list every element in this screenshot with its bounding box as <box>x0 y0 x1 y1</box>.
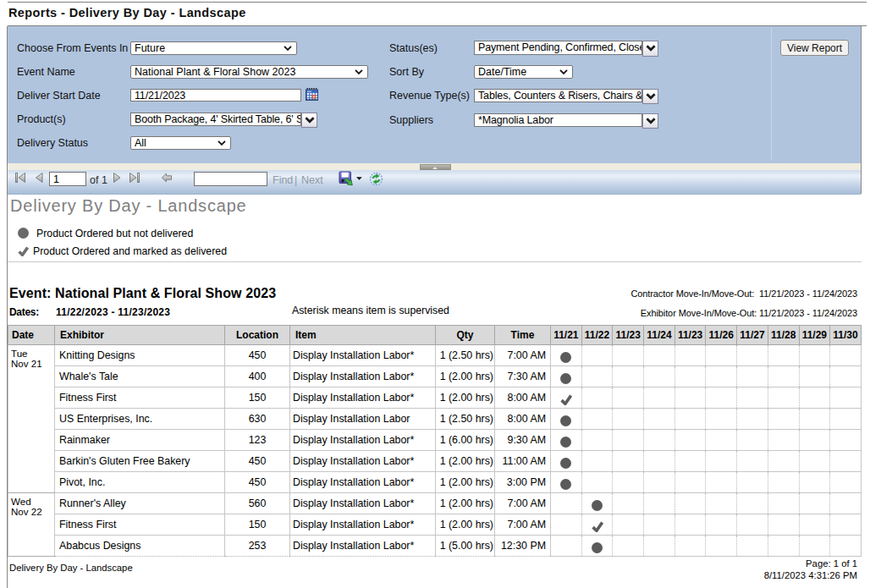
event-name: National Plant & Floral Show 2023 <box>55 286 276 300</box>
cell-mark-8 <box>799 409 830 430</box>
cell-time: 3:00 PM <box>495 472 551 493</box>
products-textbox-dropdown-button[interactable] <box>301 113 317 128</box>
previous-page-icon[interactable] <box>36 173 46 183</box>
statuses-textbox[interactable]: Payment Pending, Confirmed, Closed <box>474 41 642 55</box>
cell-mark-1 <box>581 409 613 430</box>
last-page-icon[interactable] <box>129 173 140 183</box>
cell-mark-2 <box>613 366 644 387</box>
dates-value: 11/22/2023 - 11/23/2023 <box>56 306 170 318</box>
cell-mark-2 <box>613 345 644 366</box>
refresh-icon[interactable] <box>369 172 383 186</box>
delivery-dot-icon <box>592 542 603 553</box>
cell-mark-0 <box>551 345 582 366</box>
col-header-time: Time <box>495 326 551 345</box>
cell-mark-0 <box>551 472 582 493</box>
cell-qty: 1 (6.00 hrs) <box>436 430 495 451</box>
choose-from-events-select[interactable]: Future <box>130 41 297 55</box>
event-name-select[interactable]: National Plant & Floral Show 2023 <box>130 65 368 79</box>
revenue-types-textbox-dropdown-button[interactable] <box>642 89 658 104</box>
products-textbox[interactable]: Booth Package, 4' Skirted Table, 6' Skir… <box>130 113 301 126</box>
cell-mark-6 <box>737 451 768 472</box>
first-page-icon[interactable] <box>15 173 25 183</box>
cell-location: 450 <box>225 345 290 366</box>
col-header-date-8: 11/29 <box>799 326 830 345</box>
revenue-types-textbox[interactable]: Tables, Counters & Risers, Chairs & Acce… <box>474 89 642 102</box>
export-dropdown-caret-icon[interactable] <box>356 177 362 180</box>
cell-mark-2 <box>613 430 644 451</box>
label-suppliers: Suppliers <box>389 114 433 127</box>
cell-mark-5 <box>706 409 737 430</box>
label-event-name: Event Name <box>17 66 75 79</box>
cell-mark-4 <box>675 472 706 493</box>
cell-mark-4 <box>675 409 706 430</box>
view-report-button[interactable]: View Report <box>780 40 849 56</box>
cell-mark-6 <box>737 536 768 557</box>
next-page-icon[interactable] <box>113 173 124 183</box>
delivery-dot-icon <box>560 373 571 384</box>
export-icon[interactable] <box>339 171 354 186</box>
cell-mark-3 <box>644 387 675 409</box>
cell-exhibitor: Fitness First <box>55 387 225 409</box>
cell-mark-5 <box>706 493 737 514</box>
label-delivery-status: Delivery Status <box>17 137 88 150</box>
cell-qty: 1 (2.00 hrs) <box>436 472 495 493</box>
cell-mark-6 <box>737 345 768 366</box>
cell-mark-6 <box>737 387 768 409</box>
delivery-status-select[interactable]: All <box>130 136 231 150</box>
cell-mark-7 <box>768 345 799 366</box>
exhibitor-move-dates: Exhibitor Move-In/Move-Out: 11/21/2023 -… <box>641 308 857 318</box>
suppliers-textbox[interactable]: *Magnolia Labor <box>474 113 642 127</box>
back-to-parent-icon[interactable] <box>162 173 172 183</box>
calendar-icon[interactable] <box>306 88 318 101</box>
table-row: TueNov 21Knitting Designs450Display Inst… <box>8 345 862 366</box>
cell-mark-0 <box>551 366 582 387</box>
cell-time: 7:00 AM <box>495 514 551 536</box>
cell-mark-6 <box>737 472 768 493</box>
deliver-start-date-input[interactable] <box>130 89 301 102</box>
table-row: WedNov 22Runner's Alley560Display Instal… <box>8 493 862 514</box>
cell-mark-0 <box>551 536 582 557</box>
legend-check-icon <box>18 246 29 256</box>
footer-datetime: 8/11/2023 4:31:26 PM <box>764 570 857 580</box>
page-number-input[interactable] <box>49 172 86 186</box>
table-row: Whale's Tale400Display Installation Labo… <box>8 366 862 387</box>
cell-mark-3 <box>644 493 675 514</box>
next-link[interactable]: Next <box>301 174 323 186</box>
cell-mark-2 <box>613 536 644 557</box>
legend-dot-icon <box>18 228 29 239</box>
cell-mark-4 <box>675 430 706 451</box>
report-title: Delivery By Day - Landscape <box>10 196 247 216</box>
sort-by-select[interactable]: Date/Time <box>474 65 573 79</box>
splitter-strip <box>8 163 861 170</box>
cell-mark-0 <box>551 493 582 514</box>
cell-mark-7 <box>768 430 799 451</box>
cell-qty: 1 (2.00 hrs) <box>436 493 495 514</box>
cell-mark-8 <box>799 345 830 366</box>
delivery-dot-icon <box>592 500 603 511</box>
cell-item: Display Installation Labor* <box>290 366 436 387</box>
parameters-panel: View Report Choose From Events InFutureE… <box>8 26 861 163</box>
event-label: Event: <box>9 286 52 300</box>
table-row: Rainmaker123Display Installation Labor*1… <box>8 430 862 451</box>
table-row: Pivot, Inc.450Display Installation Labor… <box>8 472 862 493</box>
cell-mark-2 <box>613 451 644 472</box>
cell-mark-5 <box>706 366 737 387</box>
choose-from-events-select-value: Future <box>135 42 281 54</box>
cell-time: 8:00 AM <box>495 409 551 430</box>
cell-mark-9 <box>830 430 862 451</box>
cell-mark-8 <box>799 366 830 387</box>
cell-mark-3 <box>644 366 675 387</box>
cell-mark-3 <box>644 472 675 493</box>
cell-item: Display Installation Labor* <box>290 451 436 472</box>
suppliers-textbox-dropdown-button[interactable] <box>642 113 658 129</box>
delivery-dot-icon <box>560 479 571 490</box>
col-header-date-2: 11/23 <box>613 326 644 345</box>
statuses-textbox-dropdown-button[interactable] <box>642 41 658 57</box>
label-sort-by: Sort By <box>389 66 424 79</box>
table-row: Ababcus Designs253Display Installation L… <box>8 536 862 557</box>
cell-item: Display Installation Labor* <box>290 536 436 557</box>
find-link[interactable]: Find <box>273 174 293 186</box>
find-text-input[interactable] <box>194 172 267 186</box>
cell-mark-3 <box>644 430 675 451</box>
cell-mark-5 <box>706 451 737 472</box>
